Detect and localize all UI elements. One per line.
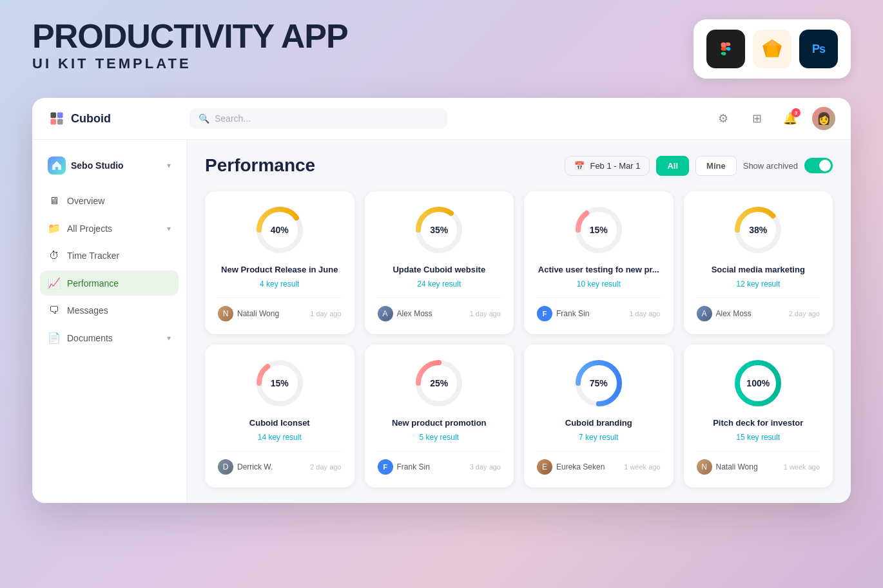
sidebar-item-projects[interactable]: 📁 All Projects ▾	[40, 216, 179, 241]
search-bar[interactable]: 🔍 Search...	[189, 108, 447, 129]
settings-button[interactable]: ⚙	[712, 107, 735, 130]
filter-mine-button[interactable]: Mine	[695, 156, 737, 176]
user-avatar[interactable]: 👩	[812, 107, 835, 130]
overview-icon: 🖥	[48, 195, 61, 207]
user-name: Frank Sin	[556, 309, 589, 318]
grid-button[interactable]: ⊞	[745, 107, 768, 130]
card-footer: D Derrick W. 2 day ago	[218, 451, 342, 475]
workspace-name: Sebo Studio	[71, 160, 162, 171]
sidebar-label-projects: All Projects	[67, 223, 160, 234]
performance-icon: 📈	[48, 277, 61, 289]
sidebar-label-messages: Messages	[67, 305, 171, 316]
tool-icons-bar: Ps	[694, 19, 851, 79]
time-ago: 1 week ago	[784, 463, 820, 471]
user-name: Alex Moss	[716, 309, 752, 318]
filter-all-button[interactable]: All	[656, 156, 689, 176]
top-actions: ⚙ ⊞ 🔔 3 👩	[712, 107, 835, 130]
app-title: PRODUCTIVITY APP	[32, 19, 348, 53]
card-key-result: 4 key result	[260, 280, 299, 289]
timetracker-icon: ⏱	[48, 250, 61, 261]
sidebar-item-documents[interactable]: 📄 Documents ▾	[40, 325, 179, 350]
donut-label: 15%	[271, 378, 289, 388]
donut-label: 75%	[590, 378, 608, 388]
figma-icon[interactable]	[706, 30, 745, 68]
sidebar: Sebo Studio ▾ 🖥 Overview 📁 All Projects …	[32, 140, 187, 503]
user-avatar: F	[378, 459, 393, 475]
card-footer: A Alex Moss 1 day ago	[378, 298, 501, 321]
performance-card-7[interactable]: 100% Pitch deck for investor 15 key resu…	[684, 345, 833, 488]
sidebar-item-timetracker[interactable]: ⏱ Time Tracker	[40, 243, 179, 268]
card-title: New product promotion	[392, 418, 487, 429]
user-name: Alex Moss	[397, 309, 432, 318]
user-avatar: F	[537, 306, 552, 321]
donut-label: 25%	[430, 378, 448, 388]
date-range-label: Feb 1 - Mar 1	[590, 161, 640, 171]
top-header: PRODUCTIVITY APP UI KIT TEMPLATE	[32, 19, 851, 79]
card-key-result: 5 key result	[420, 433, 459, 442]
sidebar-item-performance[interactable]: 📈 Performance	[40, 270, 179, 296]
header-controls: 📅 Feb 1 - Mar 1 All Mine Show archived	[565, 156, 833, 176]
svg-rect-8	[50, 119, 56, 125]
photoshop-icon[interactable]: Ps	[799, 30, 838, 68]
date-range-picker[interactable]: 📅 Feb 1 - Mar 1	[565, 156, 650, 176]
donut-chart: 25%	[413, 357, 465, 409]
card-title: Cuboid Iconset	[249, 418, 310, 429]
main-layout: Sebo Studio ▾ 🖥 Overview 📁 All Projects …	[32, 140, 851, 503]
donut-label: 38%	[749, 225, 767, 235]
app-window: Cuboid 🔍 Search... ⚙ ⊞ 🔔 3 👩	[32, 98, 851, 503]
donut-label: 40%	[271, 225, 289, 235]
performance-card-1[interactable]: 35% Update Cuboid website 24 key result …	[365, 191, 514, 334]
performance-card-6[interactable]: 75% Cuboid branding 7 key result E Eurek…	[524, 345, 674, 488]
card-key-result: 15 key result	[736, 433, 780, 442]
performance-card-4[interactable]: 15% Cuboid Iconset 14 key result D Derri…	[205, 345, 354, 488]
card-title: Cuboid branding	[565, 418, 632, 429]
card-footer: F Frank Sin 3 day ago	[378, 451, 501, 475]
user-avatar: A	[378, 306, 393, 321]
user-info: A Alex Moss	[378, 306, 432, 321]
documents-icon: 📄	[48, 332, 61, 344]
sidebar-label-overview: Overview	[67, 196, 171, 206]
card-key-result: 24 key result	[417, 280, 461, 289]
sidebar-label-documents: Documents	[67, 333, 160, 343]
workspace-selector[interactable]: Sebo Studio ▾	[40, 150, 179, 181]
card-title: Pitch deck for investor	[713, 418, 803, 429]
performance-card-0[interactable]: 40% New Product Release in June 4 key re…	[205, 191, 354, 334]
time-ago: 3 day ago	[470, 463, 501, 471]
card-title: New Product Release in June	[221, 265, 338, 276]
projects-chevron-icon: ▾	[167, 224, 171, 233]
user-avatar: D	[218, 459, 233, 475]
sidebar-label-performance: Performance	[67, 278, 171, 289]
card-key-result: 14 key result	[258, 433, 302, 442]
performance-card-5[interactable]: 25% New product promotion 5 key result F…	[365, 345, 514, 488]
user-info: N Natali Wong	[697, 459, 758, 475]
performance-card-2[interactable]: 15% Active user testing fo new pr... 10 …	[524, 191, 674, 334]
show-archived-label: Show archived	[743, 161, 798, 171]
notification-button[interactable]: 🔔 3	[779, 107, 802, 130]
workspace-chevron-icon: ▾	[167, 161, 171, 170]
svg-rect-6	[50, 112, 56, 118]
donut-label: 35%	[430, 225, 448, 235]
donut-chart: 40%	[254, 204, 306, 256]
search-placeholder: Search...	[215, 113, 251, 124]
user-info: F Frank Sin	[537, 306, 589, 321]
main-content: Performance 📅 Feb 1 - Mar 1 All Mine Sho…	[187, 140, 851, 503]
card-key-result: 10 key result	[577, 280, 621, 289]
logo-area: Cuboid	[48, 109, 177, 128]
user-info: N Natali Wong	[218, 306, 279, 321]
performance-card-3[interactable]: 38% Social media marketing 12 key result…	[684, 191, 833, 334]
sketch-icon[interactable]	[753, 30, 791, 68]
donut-chart: 35%	[413, 204, 465, 256]
sidebar-item-overview[interactable]: 🖥 Overview	[40, 189, 179, 213]
donut-label: 100%	[746, 378, 770, 388]
user-avatar: E	[537, 459, 552, 475]
user-name: Frank Sin	[397, 462, 430, 471]
time-ago: 2 day ago	[789, 310, 820, 318]
user-name: Eureka Seken	[556, 462, 605, 471]
app-subtitle: UI KIT TEMPLATE	[32, 55, 348, 72]
donut-chart: 75%	[573, 357, 625, 409]
sidebar-item-messages[interactable]: 🗨 Messages	[40, 298, 179, 323]
user-name: Derrick W.	[237, 462, 273, 471]
show-archived-toggle[interactable]	[804, 158, 833, 173]
card-key-result: 12 key result	[736, 280, 780, 289]
card-title: Social media marketing	[712, 265, 805, 276]
